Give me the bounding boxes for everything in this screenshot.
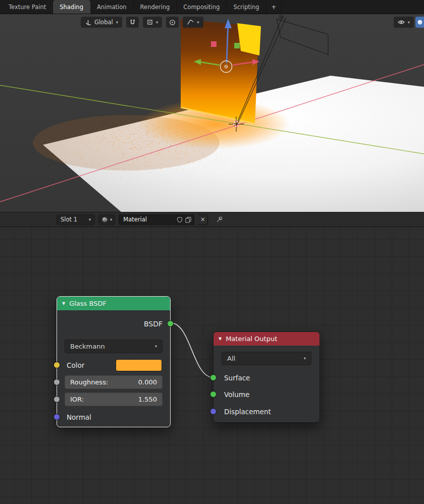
displacement-row: Displacement xyxy=(214,405,320,419)
chevron-down-icon: ▾ xyxy=(304,356,306,361)
material-slot-dropdown[interactable]: Slot 1 ▾ xyxy=(57,214,95,225)
material-output-node-title: Material Output xyxy=(226,335,277,343)
ior-slider[interactable]: IOR: 1.550 xyxy=(65,393,163,406)
output-target-value: All xyxy=(227,355,235,362)
gizmo-plane-handle-green[interactable] xyxy=(234,43,240,48)
fake-user-shield-icon[interactable] xyxy=(177,216,183,223)
snap-target-icon xyxy=(147,19,153,25)
viewport-scene xyxy=(0,14,424,212)
glass-bsdf-node-title: Glass BSDF xyxy=(69,300,107,307)
normal-label: Normal xyxy=(67,413,91,421)
roughness-value: 0.000 xyxy=(138,378,157,386)
falloff-curve-icon xyxy=(187,19,194,25)
shading-mode-rendered-button[interactable] xyxy=(415,17,424,28)
unlink-material-button[interactable]: × xyxy=(198,214,208,225)
volume-label: Volume xyxy=(224,390,249,399)
copy-material-icon[interactable] xyxy=(185,216,191,223)
orientation-label: Global xyxy=(94,19,113,26)
material-sphere-icon xyxy=(101,216,108,223)
bsdf-output-row: BSDF xyxy=(57,317,170,330)
shader-node-editor[interactable]: ▼ Glass BSDF BSDF Beckmann ▾ Color Rough… xyxy=(0,227,424,504)
chevron-down-icon: ▾ xyxy=(197,20,199,25)
render-pass-dropdown[interactable]: ▾ xyxy=(394,17,414,28)
bsdf-output-label: BSDF xyxy=(144,320,163,328)
rendered-sphere-icon xyxy=(417,19,423,25)
chevron-down-icon: ▾ xyxy=(156,20,158,25)
displacement-label: Displacement xyxy=(224,408,271,416)
add-workspace-button[interactable]: + xyxy=(267,0,282,14)
shader-editor-header: Slot 1 ▾ ▾ Material × xyxy=(0,212,424,227)
color-label: Color xyxy=(67,361,84,369)
caustic-speckles-dense xyxy=(83,115,220,165)
socket-bsdf-output[interactable] xyxy=(167,320,174,327)
snap-settings-dropdown[interactable]: ▾ xyxy=(143,17,162,28)
output-target-dropdown[interactable]: All ▾ xyxy=(222,352,311,365)
socket-volume-input[interactable] xyxy=(210,391,217,398)
snap-toggle-button[interactable] xyxy=(126,17,139,28)
tab-animation[interactable]: Animation xyxy=(90,0,134,14)
viewport-3d[interactable]: Global ▾ ▾ xyxy=(0,14,424,212)
viewport-header-right: ▾ xyxy=(394,17,424,28)
surface-label: Surface xyxy=(224,374,250,382)
material-name-field[interactable]: Material xyxy=(119,214,194,225)
glass-bsdf-node-header[interactable]: ▼ Glass BSDF xyxy=(57,297,170,310)
chevron-down-icon: ▾ xyxy=(89,217,91,222)
chevron-down-icon: ▾ xyxy=(110,217,112,222)
proportional-circle-icon xyxy=(169,19,176,26)
chevron-down-icon: ▾ xyxy=(116,20,118,25)
material-name-value: Material xyxy=(123,216,174,223)
magnet-icon xyxy=(129,19,136,26)
socket-color-input[interactable] xyxy=(54,362,60,368)
roughness-label: Roughness: xyxy=(70,378,108,386)
orientation-axes-icon xyxy=(85,19,91,26)
material-output-node-header[interactable]: ▼ Material Output xyxy=(214,332,320,346)
chevron-down-icon: ▾ xyxy=(155,344,157,349)
proportional-editing-button[interactable] xyxy=(166,17,179,28)
socket-surface-input[interactable] xyxy=(210,374,217,381)
node-material-output[interactable]: ▼ Material Output All ▾ Surface Volume D… xyxy=(213,331,320,423)
volume-row: Volume xyxy=(214,387,320,402)
slot-label: Slot 1 xyxy=(61,216,77,223)
distribution-value: Beckmann xyxy=(70,343,105,350)
blender-window: Texture Paint Shading Animation Renderin… xyxy=(0,0,424,504)
transform-orientation-dropdown[interactable]: Global ▾ xyxy=(81,17,122,28)
normal-row: Normal xyxy=(57,410,170,424)
ior-value: 1.550 xyxy=(138,396,157,403)
color-row: Color xyxy=(57,358,170,372)
roughness-slider[interactable]: Roughness: 0.000 xyxy=(65,375,163,389)
workspace-tab-bar: Texture Paint Shading Animation Renderin… xyxy=(0,0,424,14)
chevron-down-icon: ▾ xyxy=(408,20,410,25)
pin-icon xyxy=(216,216,223,223)
eye-icon xyxy=(398,19,405,25)
color-swatch[interactable] xyxy=(116,359,162,371)
collapse-triangle-icon[interactable]: ▼ xyxy=(62,301,65,306)
tab-texture-paint[interactable]: Texture Paint xyxy=(2,0,53,14)
browse-material-dropdown[interactable]: ▾ xyxy=(98,214,115,225)
node-glass-bsdf[interactable]: ▼ Glass BSDF BSDF Beckmann ▾ Color Rough… xyxy=(57,296,171,427)
collapse-triangle-icon[interactable]: ▼ xyxy=(219,337,222,341)
gizmo-plane-handle-red[interactable] xyxy=(211,41,217,47)
proportional-falloff-dropdown[interactable]: ▾ xyxy=(183,17,203,28)
surface-row: Surface xyxy=(214,371,320,385)
tab-rendering[interactable]: Rendering xyxy=(134,0,177,14)
light-through-glass xyxy=(237,23,261,55)
viewport-header: Global ▾ ▾ xyxy=(81,17,203,28)
tab-scripting[interactable]: Scripting xyxy=(227,0,266,14)
socket-ior-input[interactable] xyxy=(54,396,60,403)
socket-normal-input[interactable] xyxy=(54,414,60,420)
socket-roughness-input[interactable] xyxy=(54,379,60,385)
link-bsdf-to-surface xyxy=(171,323,213,377)
ior-label: IOR: xyxy=(70,396,84,403)
tab-compositing[interactable]: Compositing xyxy=(177,0,227,14)
tab-shading[interactable]: Shading xyxy=(53,0,90,14)
socket-displacement-input[interactable] xyxy=(210,408,217,415)
distribution-dropdown[interactable]: Beckmann ▾ xyxy=(65,340,163,353)
pin-button[interactable] xyxy=(216,216,223,223)
